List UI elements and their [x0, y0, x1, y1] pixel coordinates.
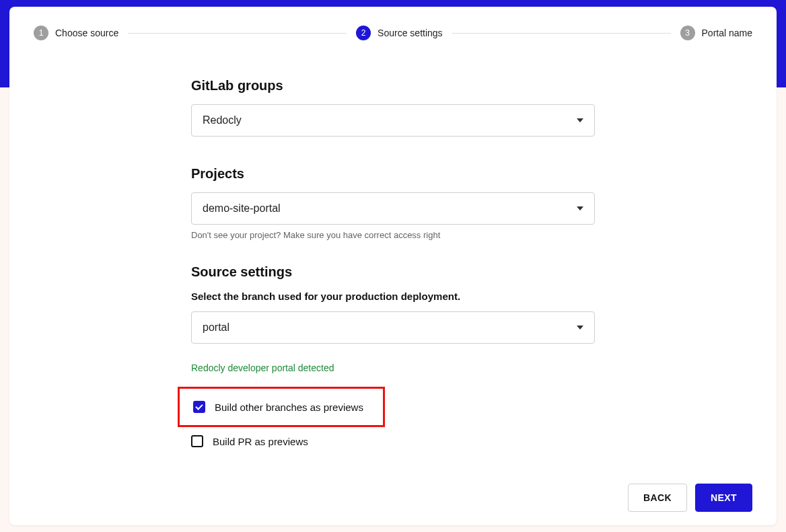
back-button[interactable]: BACK	[628, 484, 687, 512]
projects-value: demo-site-portal	[203, 202, 281, 215]
check-pr-previews-label: Build PR as previews	[213, 436, 308, 447]
wizard-card: 1 Choose source 2 Source settings 3 Port…	[9, 7, 777, 525]
step-3-circle: 3	[680, 26, 695, 40]
wizard-footer: BACK NEXT	[628, 484, 752, 512]
branch-value: portal	[203, 321, 229, 334]
groups-select[interactable]: Redocly	[191, 104, 595, 137]
groups-title: GitLab groups	[191, 78, 595, 93]
branch-label: Select the branch used for your producti…	[191, 291, 595, 302]
annotation-box: Build other branches as previews	[178, 387, 385, 427]
step-2[interactable]: 2 Source settings	[356, 26, 443, 40]
stepper-line	[452, 33, 671, 34]
step-1[interactable]: 1 Choose source	[34, 26, 118, 40]
form-area: GitLab groups Redocly Projects demo-site…	[191, 78, 595, 451]
detected-message: Redocly developer portal detected	[191, 363, 595, 373]
chevron-down-icon	[577, 118, 583, 122]
step-1-label: Choose source	[55, 28, 118, 38]
step-2-label: Source settings	[378, 28, 443, 38]
chevron-down-icon	[577, 206, 583, 211]
projects-title: Projects	[191, 166, 595, 182]
check-pr-previews[interactable]: Build PR as previews	[191, 431, 595, 451]
projects-helper: Don't see your project? Make sure you ha…	[191, 230, 595, 240]
stepper: 1 Choose source 2 Source settings 3 Port…	[34, 26, 752, 40]
step-3-label: Portal name	[702, 28, 752, 38]
check-other-branches[interactable]: Build other branches as previews	[181, 397, 375, 417]
chevron-down-icon	[577, 326, 583, 330]
checkbox-checked-icon	[193, 401, 205, 413]
branch-select[interactable]: portal	[191, 311, 595, 344]
groups-value: Redocly	[203, 114, 242, 126]
next-button[interactable]: NEXT	[695, 484, 752, 512]
source-title: Source settings	[191, 264, 595, 280]
check-other-branches-label: Build other branches as previews	[215, 402, 363, 413]
step-3[interactable]: 3 Portal name	[680, 26, 752, 40]
projects-select[interactable]: demo-site-portal	[191, 192, 595, 225]
checkbox-empty-icon	[191, 435, 203, 447]
step-1-circle: 1	[34, 26, 48, 40]
step-2-circle: 2	[356, 26, 371, 40]
stepper-line	[128, 33, 347, 34]
